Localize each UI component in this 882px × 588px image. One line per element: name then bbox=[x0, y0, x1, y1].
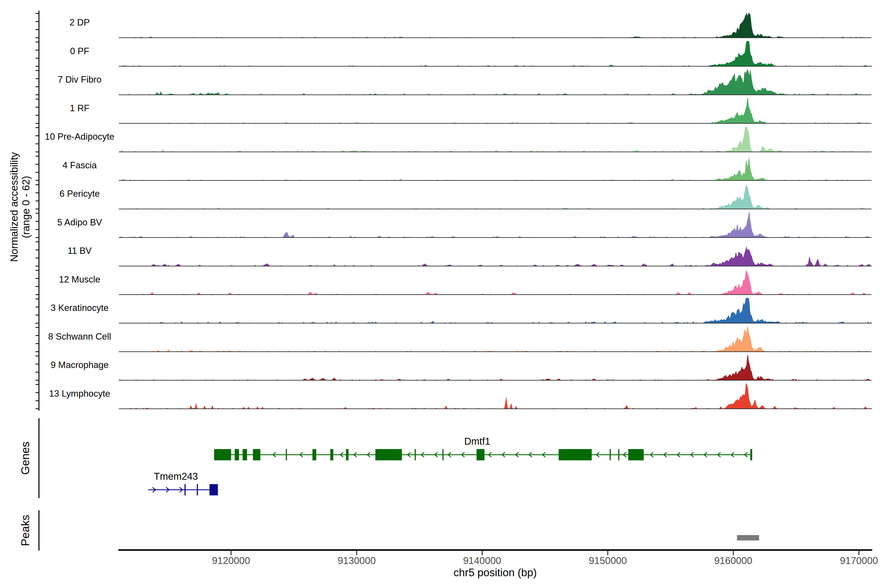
peaks-section-label: Peaks bbox=[19, 457, 32, 588]
track-label-1-rf: 1 RF bbox=[23, 103, 136, 114]
coverage-area-9-macrophage bbox=[119, 355, 872, 380]
gene-label-dmtf1: Dmtf1 bbox=[436, 436, 519, 447]
track-label-6-pericyte: 6 Pericyte bbox=[23, 188, 136, 200]
coverage-area-12-muscle bbox=[119, 270, 872, 295]
track-label-7-div-fibro: 7 Div Fibro bbox=[23, 74, 136, 85]
track-label-11-bv: 11 BV bbox=[23, 245, 136, 256]
y-axis-label-line1: Normalized accessibility bbox=[8, 60, 20, 354]
track-label-9-macrophage: 9 Macrophage bbox=[23, 359, 136, 370]
coverage-area-5-adipo-bv bbox=[119, 212, 872, 238]
x-tick-label: 9130000 bbox=[318, 555, 396, 566]
exon-dmtf1 bbox=[750, 449, 752, 460]
thin-exon-dmtf1 bbox=[609, 449, 611, 460]
x-tick-label: 9120000 bbox=[192, 555, 270, 566]
exon-dmtf1 bbox=[346, 449, 348, 460]
thin-exon-tmem243 bbox=[197, 484, 198, 495]
thin-exon-dmtf1 bbox=[415, 449, 416, 460]
thin-exon-dmtf1 bbox=[618, 449, 620, 460]
coverage-plot-figure: Normalized accessibility (range 0 - 62) … bbox=[0, 0, 882, 588]
exon-dmtf1 bbox=[214, 449, 231, 460]
coverage-area-1-rf bbox=[119, 98, 872, 123]
thin-exon-dmtf1 bbox=[442, 449, 444, 460]
track-label-8-schwann-cell: 8 Schwann Cell bbox=[23, 331, 136, 342]
coverage-area-11-bv bbox=[119, 246, 872, 266]
gene-label-tmem243: Tmem243 bbox=[134, 471, 218, 482]
exon-tmem243 bbox=[210, 484, 218, 495]
coverage-area-3-keratinocyte bbox=[119, 298, 872, 323]
exon-dmtf1 bbox=[477, 449, 484, 460]
exon-dmtf1 bbox=[312, 449, 316, 460]
track-label-10-pre-adipocyte: 10 Pre-Adipocyte bbox=[23, 131, 136, 142]
track-label-2-dp: 2 DP bbox=[23, 17, 136, 28]
thin-exon-dmtf1 bbox=[286, 449, 287, 460]
exon-dmtf1 bbox=[253, 449, 260, 460]
thin-exon-tmem243 bbox=[184, 484, 186, 495]
exon-dmtf1 bbox=[235, 449, 239, 460]
exon-dmtf1 bbox=[330, 449, 333, 460]
track-label-5-adipo-bv: 5 Adipo BV bbox=[23, 217, 136, 228]
track-label-12-muscle: 12 Muscle bbox=[23, 274, 136, 285]
exon-dmtf1 bbox=[628, 449, 644, 460]
x-tick-label: 9170000 bbox=[820, 555, 882, 566]
x-tick-label: 9140000 bbox=[443, 555, 521, 566]
x-tick-label: 9160000 bbox=[694, 555, 772, 566]
track-label-3-keratinocyte: 3 Keratinocyte bbox=[23, 302, 136, 314]
plot-canvas bbox=[0, 0, 882, 588]
coverage-area-0-pf bbox=[119, 41, 872, 66]
coverage-area-8-schwann-cell bbox=[119, 327, 872, 352]
coverage-area-10-pre-adipocyte bbox=[119, 127, 872, 152]
coverage-area-7-div-fibro bbox=[119, 70, 872, 95]
peak-bar bbox=[737, 535, 759, 540]
exon-dmtf1 bbox=[375, 449, 402, 460]
exon-dmtf1 bbox=[559, 449, 592, 460]
track-label-13-lymphocyte: 13 Lymphocyte bbox=[23, 388, 136, 399]
x-tick-label: 9150000 bbox=[568, 555, 647, 566]
x-axis-title: chr5 position (bp) bbox=[348, 567, 642, 579]
track-label-4-fascia: 4 Fascia bbox=[23, 160, 136, 171]
exon-dmtf1 bbox=[243, 449, 247, 460]
coverage-area-2-dp bbox=[119, 12, 872, 38]
coverage-area-6-pericyte bbox=[119, 185, 872, 209]
coverage-area-4-fascia bbox=[119, 158, 872, 181]
track-label-0-pf: 0 PF bbox=[23, 46, 136, 57]
coverage-area-13-lymphocyte bbox=[119, 384, 872, 409]
